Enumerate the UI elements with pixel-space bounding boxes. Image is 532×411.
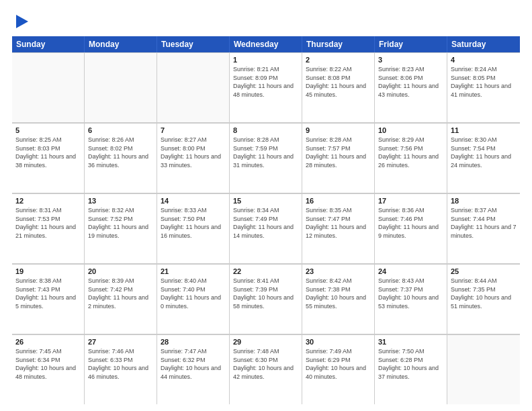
day-number: 26: [15, 338, 81, 346]
weekday-header-sunday: Sunday: [12, 36, 85, 52]
calendar-cell: 7Sunrise: 8:27 AM Sunset: 8:00 PM Daylig…: [157, 123, 230, 193]
day-number: 18: [451, 197, 517, 205]
calendar-cell: 20Sunrise: 8:39 AM Sunset: 7:42 PM Dayli…: [85, 264, 157, 334]
calendar-body: 1Sunrise: 8:21 AM Sunset: 8:09 PM Daylig…: [12, 52, 520, 404]
day-info: Sunrise: 7:49 AM Sunset: 6:29 PM Dayligh…: [306, 347, 371, 381]
day-info: Sunrise: 8:35 AM Sunset: 7:47 PM Dayligh…: [306, 206, 371, 240]
day-info: Sunrise: 8:37 AM Sunset: 7:44 PM Dayligh…: [451, 206, 517, 240]
calendar-cell: 29Sunrise: 7:48 AM Sunset: 6:30 PM Dayli…: [230, 334, 302, 404]
weekday-header-saturday: Saturday: [447, 36, 520, 52]
day-number: 10: [378, 126, 443, 134]
day-number: 23: [306, 267, 371, 275]
calendar-cell: 15Sunrise: 8:34 AM Sunset: 7:49 PM Dayli…: [230, 193, 302, 263]
calendar-cell: 5Sunrise: 8:25 AM Sunset: 8:03 PM Daylig…: [12, 123, 85, 193]
calendar-cell: 1Sunrise: 8:21 AM Sunset: 8:09 PM Daylig…: [230, 52, 302, 122]
day-number: 8: [233, 126, 298, 134]
day-info: Sunrise: 8:34 AM Sunset: 7:49 PM Dayligh…: [233, 206, 298, 240]
day-number: 13: [88, 197, 153, 205]
day-number: 28: [161, 338, 226, 346]
weekday-header-wednesday: Wednesday: [230, 36, 302, 52]
calendar-cell: 22Sunrise: 8:41 AM Sunset: 7:39 PM Dayli…: [230, 264, 302, 334]
day-number: 21: [161, 267, 226, 275]
day-info: Sunrise: 8:33 AM Sunset: 7:50 PM Dayligh…: [161, 206, 226, 240]
day-info: Sunrise: 7:50 AM Sunset: 6:28 PM Dayligh…: [378, 347, 443, 381]
calendar-cell: 23Sunrise: 8:42 AM Sunset: 7:38 PM Dayli…: [302, 264, 375, 334]
calendar-cell: 4Sunrise: 8:24 AM Sunset: 8:05 PM Daylig…: [447, 52, 520, 122]
day-info: Sunrise: 8:23 AM Sunset: 8:06 PM Dayligh…: [378, 65, 443, 99]
calendar-row-4: 19Sunrise: 8:38 AM Sunset: 7:43 PM Dayli…: [12, 264, 520, 334]
calendar-cell: 10Sunrise: 8:29 AM Sunset: 7:56 PM Dayli…: [375, 123, 447, 193]
day-number: 1: [233, 56, 298, 64]
svg-marker-0: [16, 15, 28, 28]
day-info: Sunrise: 8:29 AM Sunset: 7:56 PM Dayligh…: [378, 136, 443, 169]
day-info: Sunrise: 7:46 AM Sunset: 6:33 PM Dayligh…: [88, 347, 153, 381]
day-number: 14: [161, 197, 226, 205]
calendar-row-5: 26Sunrise: 7:45 AM Sunset: 6:34 PM Dayli…: [12, 334, 520, 404]
calendar-row-2: 5Sunrise: 8:25 AM Sunset: 8:03 PM Daylig…: [12, 123, 520, 193]
day-number: 25: [451, 267, 517, 275]
calendar-cell: [12, 52, 85, 122]
day-info: Sunrise: 7:48 AM Sunset: 6:30 PM Dayligh…: [233, 347, 298, 381]
calendar-cell: 30Sunrise: 7:49 AM Sunset: 6:29 PM Dayli…: [302, 334, 375, 404]
day-info: Sunrise: 8:39 AM Sunset: 7:42 PM Dayligh…: [88, 277, 153, 310]
day-info: Sunrise: 8:25 AM Sunset: 8:03 PM Dayligh…: [15, 136, 81, 169]
day-info: Sunrise: 8:22 AM Sunset: 8:08 PM Dayligh…: [306, 65, 371, 99]
day-info: Sunrise: 8:28 AM Sunset: 7:57 PM Dayligh…: [306, 136, 371, 169]
page: SundayMondayTuesdayWednesdayThursdayFrid…: [0, 0, 532, 411]
calendar-row-3: 12Sunrise: 8:31 AM Sunset: 7:53 PM Dayli…: [12, 193, 520, 264]
day-number: 19: [15, 267, 81, 275]
day-number: 6: [88, 126, 153, 134]
day-number: 24: [378, 267, 443, 275]
calendar-cell: 26Sunrise: 7:45 AM Sunset: 6:34 PM Dayli…: [12, 334, 85, 404]
day-info: Sunrise: 8:30 AM Sunset: 7:54 PM Dayligh…: [451, 136, 517, 169]
day-number: 11: [451, 126, 517, 134]
day-info: Sunrise: 8:44 AM Sunset: 7:35 PM Dayligh…: [451, 277, 517, 310]
day-number: 2: [306, 56, 371, 64]
calendar-cell: 16Sunrise: 8:35 AM Sunset: 7:47 PM Dayli…: [302, 193, 375, 263]
calendar-cell: 18Sunrise: 8:37 AM Sunset: 7:44 PM Dayli…: [447, 193, 520, 263]
calendar-cell: [157, 52, 230, 122]
calendar-cell: 25Sunrise: 8:44 AM Sunset: 7:35 PM Dayli…: [447, 264, 520, 334]
day-number: 27: [88, 338, 153, 346]
day-number: 20: [88, 267, 153, 275]
logo: [12, 12, 28, 31]
calendar-cell: 13Sunrise: 8:32 AM Sunset: 7:52 PM Dayli…: [85, 193, 157, 263]
day-number: 22: [233, 267, 298, 275]
day-info: Sunrise: 8:42 AM Sunset: 7:38 PM Dayligh…: [306, 277, 371, 310]
day-number: 5: [15, 126, 81, 134]
weekday-header-friday: Friday: [375, 36, 447, 52]
calendar-header: SundayMondayTuesdayWednesdayThursdayFrid…: [12, 36, 520, 52]
day-info: Sunrise: 7:45 AM Sunset: 6:34 PM Dayligh…: [15, 347, 81, 381]
calendar-cell: 9Sunrise: 8:28 AM Sunset: 7:57 PM Daylig…: [302, 123, 375, 193]
day-number: 4: [451, 56, 517, 64]
calendar-cell: 28Sunrise: 7:47 AM Sunset: 6:32 PM Dayli…: [157, 334, 230, 404]
calendar-cell: 27Sunrise: 7:46 AM Sunset: 6:33 PM Dayli…: [85, 334, 157, 404]
calendar-cell: [85, 52, 157, 122]
calendar-cell: 21Sunrise: 8:40 AM Sunset: 7:40 PM Dayli…: [157, 264, 230, 334]
calendar-cell: 24Sunrise: 8:43 AM Sunset: 7:37 PM Dayli…: [375, 264, 447, 334]
calendar-cell: [447, 334, 520, 404]
calendar-cell: 17Sunrise: 8:36 AM Sunset: 7:46 PM Dayli…: [375, 193, 447, 263]
day-info: Sunrise: 8:32 AM Sunset: 7:52 PM Dayligh…: [88, 206, 153, 240]
day-info: Sunrise: 8:24 AM Sunset: 8:05 PM Dayligh…: [451, 65, 517, 99]
day-info: Sunrise: 8:28 AM Sunset: 7:59 PM Dayligh…: [233, 136, 298, 169]
day-number: 3: [378, 56, 443, 64]
calendar-cell: 14Sunrise: 8:33 AM Sunset: 7:50 PM Dayli…: [157, 193, 230, 263]
logo-icon: [13, 12, 28, 31]
day-number: 31: [378, 338, 443, 346]
day-number: 7: [161, 126, 226, 134]
day-info: Sunrise: 8:21 AM Sunset: 8:09 PM Dayligh…: [233, 65, 298, 99]
day-number: 9: [306, 126, 371, 134]
calendar-cell: 3Sunrise: 8:23 AM Sunset: 8:06 PM Daylig…: [375, 52, 447, 122]
calendar-cell: 2Sunrise: 8:22 AM Sunset: 8:08 PM Daylig…: [302, 52, 375, 122]
weekday-header-thursday: Thursday: [302, 36, 375, 52]
day-info: Sunrise: 8:27 AM Sunset: 8:00 PM Dayligh…: [161, 136, 226, 169]
calendar: SundayMondayTuesdayWednesdayThursdayFrid…: [12, 36, 520, 404]
day-number: 17: [378, 197, 443, 205]
calendar-cell: 12Sunrise: 8:31 AM Sunset: 7:53 PM Dayli…: [12, 193, 85, 263]
day-info: Sunrise: 8:41 AM Sunset: 7:39 PM Dayligh…: [233, 277, 298, 310]
day-info: Sunrise: 8:26 AM Sunset: 8:02 PM Dayligh…: [88, 136, 153, 169]
day-number: 16: [306, 197, 371, 205]
day-number: 12: [15, 197, 81, 205]
day-info: Sunrise: 8:40 AM Sunset: 7:40 PM Dayligh…: [161, 277, 226, 310]
